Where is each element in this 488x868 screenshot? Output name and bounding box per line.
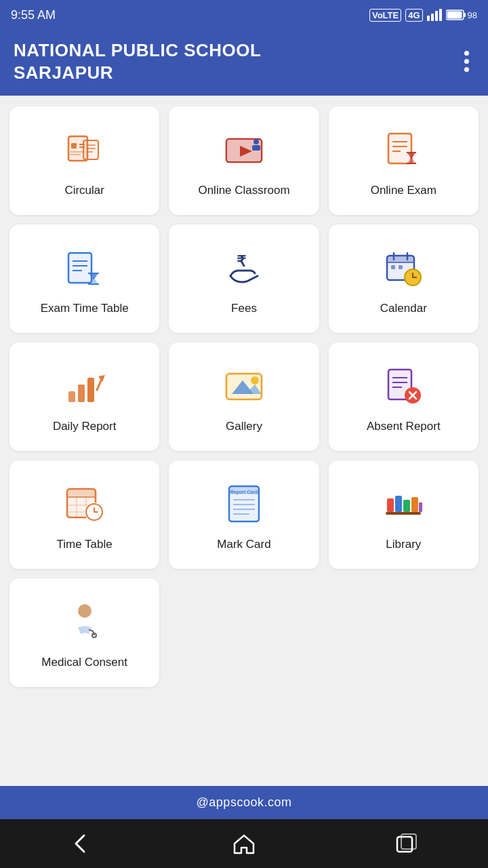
card-circular[interactable]: Circular (9, 106, 159, 215)
footer-brand: @appscook.com (0, 786, 488, 819)
svg-rect-1 (431, 14, 434, 21)
online-classroom-label: Online Classroom (198, 183, 289, 198)
svg-rect-94 (387, 498, 394, 512)
card-calendar[interactable]: Calendar (329, 224, 479, 333)
svg-rect-16 (86, 144, 96, 146)
svg-rect-46 (387, 256, 414, 262)
exam-timetable-icon (61, 244, 108, 292)
medical-consent-label: Medical Consent (41, 655, 127, 670)
svg-rect-17 (86, 148, 96, 149)
calendar-label: Calendar (380, 301, 427, 316)
svg-rect-14 (83, 140, 98, 159)
card-exam-timetable[interactable]: Exam Time Table (9, 224, 159, 333)
back-button[interactable] (69, 831, 94, 856)
svg-rect-25 (388, 134, 411, 163)
svg-marker-59 (98, 375, 105, 382)
card-mark-card[interactable]: Report Card Mark Card (169, 460, 319, 569)
svg-rect-6 (447, 12, 462, 19)
online-classroom-icon (220, 126, 268, 174)
card-absent-report[interactable]: Absent Report (329, 342, 479, 451)
header: NATIONAL PUBLIC SCHOOLSARJAPUR (0, 30, 488, 96)
signal-bars (427, 9, 442, 21)
svg-rect-56 (68, 391, 75, 402)
svg-rect-34 (68, 253, 92, 283)
circular-label: Circular (64, 183, 104, 198)
svg-point-64 (251, 376, 259, 384)
home-button[interactable] (232, 831, 256, 856)
absent-report-icon (380, 362, 427, 410)
fees-icon: ₹ (220, 244, 268, 292)
svg-point-99 (78, 604, 92, 618)
card-time-table[interactable]: Time Table (9, 460, 159, 569)
svg-point-23 (253, 139, 259, 144)
svg-rect-75 (67, 489, 96, 497)
daily-report-label: Daily Report (53, 419, 117, 434)
card-gallery[interactable]: Gallery (169, 342, 319, 451)
school-title: NATIONAL PUBLIC SCHOOLSARJAPUR (14, 39, 261, 83)
library-icon (380, 480, 427, 528)
gallery-icon (220, 362, 268, 410)
card-medical-consent[interactable]: Medical Consent (9, 578, 159, 687)
fees-label: Fees (231, 301, 257, 316)
svg-rect-51 (399, 265, 403, 269)
navigation-bar (0, 819, 488, 868)
online-exam-label: Online Exam (371, 183, 436, 198)
svg-rect-95 (395, 496, 402, 512)
svg-rect-0 (427, 16, 430, 21)
daily-report-icon (61, 362, 108, 410)
svg-rect-18 (86, 151, 93, 153)
svg-rect-98 (419, 502, 422, 512)
battery-icon: 98 (446, 9, 477, 20)
library-label: Library (386, 537, 421, 552)
svg-rect-2 (435, 11, 438, 21)
medical-consent-icon (61, 598, 108, 646)
exam-timetable-label: Exam Time Table (41, 301, 129, 316)
svg-rect-57 (78, 384, 85, 402)
svg-rect-24 (252, 145, 260, 151)
status-icons: VoLTE 4G 98 (369, 9, 477, 22)
card-library[interactable]: Library (329, 460, 479, 569)
svg-rect-12 (70, 151, 85, 153)
app-grid: Circular Online Classroom (9, 106, 479, 687)
card-online-classroom[interactable]: Online Classroom (169, 106, 319, 215)
volte-icon: VoLTE (369, 9, 401, 22)
svg-rect-96 (403, 500, 410, 512)
svg-text:Report Card: Report Card (230, 490, 258, 495)
gallery-label: Gallery (226, 419, 262, 434)
card-daily-report[interactable]: Daily Report (9, 342, 159, 451)
svg-rect-93 (386, 512, 421, 515)
svg-text:₹: ₹ (237, 253, 247, 270)
svg-rect-58 (87, 378, 94, 402)
svg-rect-50 (391, 265, 395, 269)
online-exam-icon (380, 126, 427, 174)
status-bar: 9:55 AM VoLTE 4G 98 (0, 0, 488, 30)
mark-card-icon: Report Card (220, 480, 268, 528)
time: 9:55 AM (11, 8, 56, 22)
mark-card-label: Mark Card (217, 537, 270, 552)
network-icon: 4G (405, 9, 422, 22)
absent-report-label: Absent Report (367, 419, 441, 434)
time-table-label: Time Table (57, 537, 113, 552)
svg-rect-3 (439, 9, 442, 21)
card-online-exam[interactable]: Online Exam (329, 106, 479, 215)
recent-apps-button[interactable] (394, 831, 419, 856)
calendar-icon (380, 244, 427, 292)
circular-icon (61, 126, 108, 174)
svg-rect-13 (70, 154, 81, 155)
menu-button[interactable] (459, 48, 474, 75)
svg-rect-9 (71, 143, 77, 149)
svg-rect-97 (411, 497, 418, 512)
main-content: Circular Online Classroom (0, 96, 488, 786)
card-fees[interactable]: ₹ Fees (169, 224, 319, 333)
svg-rect-5 (464, 13, 466, 17)
time-table-icon (61, 480, 108, 528)
